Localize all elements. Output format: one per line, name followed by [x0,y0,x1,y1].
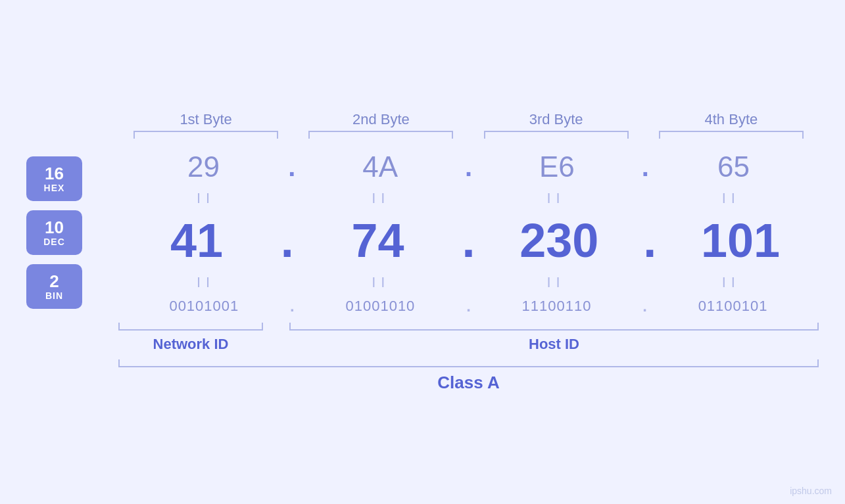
dot-dec-2: . [462,214,475,267]
dot-bin-2: . [466,298,471,314]
dot-bin-1: . [290,298,295,314]
host-bracket [289,323,819,331]
bin-row: 00101001 . 01001010 . 11100110 . 0110010… [118,292,819,320]
eq2-4: II [659,274,804,291]
dec-val-2: 74 [306,214,450,267]
class-section: Class A [26,359,819,393]
host-id-label: Host ID [289,336,819,353]
content-area: 16 HEX 10 DEC 2 BIN 29 . 4A . E6 . 65 [26,145,819,320]
dot-hex-3: . [642,154,649,180]
class-bracket [118,359,819,367]
equals-row-2: II II II II [118,273,819,292]
bin-base-name: BIN [45,290,63,301]
eq1-4: II [659,190,804,207]
eq1-3: II [484,190,629,207]
hex-row: 29 . 4A . E6 . 65 [118,145,819,189]
dec-row: 41 . 74 . 230 . 101 [118,208,819,273]
dot-dec-3: . [643,214,656,267]
byte2-header: 2nd Byte [308,111,453,128]
values-grid: 29 . 4A . E6 . 65 II II II II 41 . 74 . [118,145,819,320]
byte1-header: 1st Byte [133,111,278,128]
bin-badge: 2 BIN [26,264,82,309]
bin-val-2: 01001010 [308,298,452,315]
byte3-header: 3rd Byte [484,111,629,128]
id-labels-row: Network ID Host ID [118,336,819,353]
watermark: ipshu.com [790,486,832,496]
eq2-2: II [308,274,453,291]
dot-hex-2: . [465,154,472,180]
dec-val-4: 101 [668,214,813,267]
dec-base-num: 10 [45,218,64,237]
hex-val-4: 65 [662,150,806,183]
bin-val-1: 00101001 [132,298,276,315]
bracket-top-1 [133,131,278,139]
hex-base-num: 16 [45,164,64,183]
top-brackets [26,131,819,139]
hex-val-3: E6 [485,150,629,183]
dec-base-name: DEC [43,237,65,247]
dec-val-3: 230 [487,214,631,267]
network-bracket [118,323,263,331]
dot-bin-3: . [642,298,647,314]
class-label: Class A [118,373,819,393]
dec-val-1: 41 [124,214,269,267]
eq1-2: II [308,190,453,207]
bin-val-3: 11100110 [485,298,629,315]
network-id-label: Network ID [118,336,263,353]
hex-badge: 16 HEX [26,156,82,201]
eq2-3: II [484,274,629,291]
hex-val-1: 29 [131,150,276,183]
bottom-section: Network ID Host ID [26,323,819,353]
bracket-top-2 [308,131,453,139]
bracket-top-4 [659,131,804,139]
hex-val-2: 4A [308,150,452,183]
bin-base-num: 2 [49,272,59,291]
dot-hex-1: . [288,154,295,180]
byte4-header: 4th Byte [659,111,804,128]
equals-row-1: II II II II [118,189,819,208]
byte-headers: 1st Byte 2nd Byte 3rd Byte 4th Byte [26,111,819,128]
bin-val-4: 01100101 [661,298,806,315]
eq2-1: II [133,274,278,291]
dot-dec-1: . [281,214,294,267]
main-container: 1st Byte 2nd Byte 3rd Byte 4th Byte 16 H… [0,0,845,504]
eq1-1: II [133,190,278,207]
bracket-top-3 [484,131,629,139]
hex-base-name: HEX [44,183,65,193]
labels-column: 16 HEX 10 DEC 2 BIN [26,145,118,320]
dec-badge: 10 DEC [26,210,82,255]
